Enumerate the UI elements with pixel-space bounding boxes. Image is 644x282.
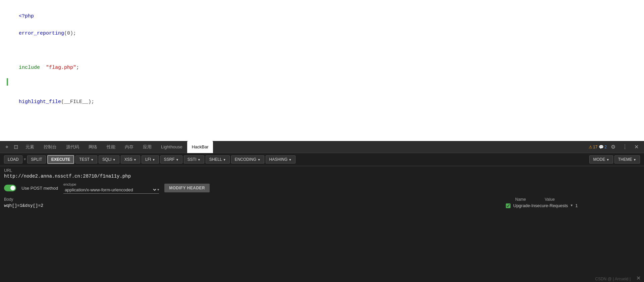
hashing-label: HASHING: [269, 157, 288, 162]
ssrf-label: SSRF: [164, 157, 175, 162]
code-display: <?php error_reporting(0); include "flag.…: [0, 0, 644, 141]
shell-dropdown-icon: ▼: [223, 158, 226, 161]
test-button[interactable]: TEST ▼: [75, 155, 97, 163]
body-label: Body: [4, 197, 500, 202]
hashing-dropdown-icon: ▼: [289, 158, 292, 161]
test-dropdown-icon: ▼: [91, 158, 94, 161]
url-row: URL http://node2.anna.nssctf.cn:28710/f1…: [0, 166, 644, 180]
encoding-button[interactable]: ENCODING ▼: [231, 155, 264, 163]
load-arrow: ▼: [24, 157, 26, 161]
body-row: Body wqh[]=1&dsy[]=2 Name Value Upgrade-…: [0, 196, 644, 209]
ssti-dropdown-icon: ▼: [198, 158, 201, 161]
info-count: 2: [604, 145, 607, 149]
shell-label: SHELL: [209, 157, 222, 162]
shell-button[interactable]: SHELL ▼: [206, 155, 230, 163]
ssrf-dropdown-icon: ▼: [176, 158, 179, 161]
header-name-value: Upgrade-Insecure-Requests: [513, 203, 568, 208]
encoding-dropdown-icon: ▼: [258, 158, 261, 161]
tab-sources[interactable]: 源代码: [61, 141, 84, 153]
theme-label: THEME: [618, 157, 632, 162]
modify-header-button[interactable]: MODIFY HEADER: [164, 184, 210, 192]
xss-button[interactable]: XSS ▼: [121, 155, 140, 163]
watermark-text: CSDN @ | Arcueid |: [595, 277, 631, 281]
post-method-toggle[interactable]: [4, 185, 16, 191]
tab-memory[interactable]: 内存: [120, 141, 138, 153]
enctype-group: enctype application/x-www-form-urlencode…: [63, 182, 159, 194]
encoding-label: ENCODING: [235, 157, 257, 162]
body-value[interactable]: wqh[]=1&dsy[]=2: [4, 203, 500, 208]
tab-elements[interactable]: 元素: [21, 141, 39, 153]
method-row: Use POST method enctype application/x-ww…: [0, 180, 644, 196]
sqli-label: SQLI: [102, 157, 111, 162]
settings-icon[interactable]: ⚙: [608, 141, 618, 153]
devtools-panel: ⌖ ⊡ 元素 控制台 源代码 网络 性能 内存 应用 Lighthouse Ha…: [0, 141, 644, 282]
enctype-label: enctype: [63, 182, 159, 186]
tab-hackbar[interactable]: HackBar: [187, 141, 213, 153]
use-post-label: Use POST method: [21, 186, 58, 191]
warning-count-badge[interactable]: ⚠ 17: [589, 145, 597, 149]
sqli-button[interactable]: SQLI ▼: [99, 155, 119, 163]
close-devtools-icon[interactable]: ✕: [632, 141, 641, 153]
warning-count: 17: [593, 145, 597, 149]
mode-dropdown-icon: ▼: [606, 158, 609, 161]
devtools-device-icon[interactable]: ⊡: [11, 141, 21, 153]
test-label: TEST: [79, 157, 89, 162]
header-columns-row: Name Value: [506, 197, 640, 202]
header-entry-row: Upgrade-Insecure-Requests ▼ 1: [506, 203, 640, 208]
header-arrow-icon: ▼: [571, 204, 573, 207]
devtools-right-icons: ⚠ 17 💬 2 ⚙ ⋮ ✕: [589, 141, 641, 153]
info-count-badge[interactable]: 💬 2: [599, 145, 607, 149]
enctype-select[interactable]: application/x-www-form-urlencoded multip…: [63, 187, 157, 193]
ssti-label: SSTI: [187, 157, 197, 162]
highlight-file: highlight_file: [19, 99, 61, 105]
header-section: Name Value Upgrade-Insecure-Requests ▼ 1: [506, 197, 640, 208]
enctype-select-wrapper: application/x-www-form-urlencoded multip…: [63, 187, 159, 194]
ssti-button[interactable]: SSTI ▼: [184, 155, 204, 163]
url-label: URL: [4, 168, 640, 173]
php-open-tag: <?php: [19, 13, 34, 19]
header-value-value: 1: [575, 203, 578, 208]
body-section: Body wqh[]=1&dsy[]=2: [4, 197, 500, 208]
url-value[interactable]: http://node2.anna.nssctf.cn:28710/f1na11…: [4, 174, 640, 179]
theme-button[interactable]: THEME ▼: [614, 155, 640, 163]
include-keyword: include: [19, 65, 40, 70]
tab-network[interactable]: 网络: [84, 141, 102, 153]
header-value-col-label: Value: [545, 197, 572, 202]
more-options-icon[interactable]: ⋮: [620, 141, 630, 153]
lfi-dropdown-icon: ▼: [152, 158, 155, 161]
tab-console[interactable]: 控制台: [39, 141, 61, 153]
toggle-slider: [4, 185, 16, 191]
sqli-dropdown-icon: ▼: [113, 158, 116, 161]
warning-icon: ⚠: [589, 145, 592, 149]
close-watermark-button[interactable]: ✕: [636, 275, 641, 281]
ssrf-button[interactable]: SSRF ▼: [160, 155, 182, 163]
error-reporting: error_reporting: [19, 31, 64, 36]
header-name-col-label: Name: [515, 197, 542, 202]
enctype-dropdown-icon: ▼: [157, 188, 159, 192]
xss-dropdown-icon: ▼: [133, 158, 137, 161]
split-button[interactable]: SPLIT: [27, 155, 46, 163]
hackbar-content: LOAD ▼ SPLIT EXECUTE TEST ▼ SQLI ▼ XSS ▼…: [0, 153, 644, 282]
xss-label: XSS: [124, 157, 132, 162]
header-checkbox-cell: [506, 203, 511, 208]
hashing-button[interactable]: HASHING ▼: [266, 155, 296, 163]
devtools-tabs-bar: ⌖ ⊡ 元素 控制台 源代码 网络 性能 内存 应用 Lighthouse Ha…: [0, 141, 644, 153]
theme-dropdown-icon: ▼: [633, 158, 636, 161]
tab-application[interactable]: 应用: [138, 141, 156, 153]
load-button[interactable]: LOAD: [4, 155, 22, 163]
lfi-label: LFI: [145, 157, 151, 162]
devtools-cursor-icon[interactable]: ⌖: [3, 141, 11, 153]
tab-lighthouse[interactable]: Lighthouse: [156, 141, 187, 153]
execute-button[interactable]: EXECUTE: [47, 155, 74, 164]
hackbar-toolbar: LOAD ▼ SPLIT EXECUTE TEST ▼ SQLI ▼ XSS ▼…: [0, 153, 644, 166]
header-checkbox[interactable]: [506, 203, 511, 208]
lfi-button[interactable]: LFI ▼: [142, 155, 159, 163]
tab-performance[interactable]: 性能: [102, 141, 120, 153]
mode-label: MODE: [593, 157, 605, 162]
mode-button[interactable]: MODE ▼: [589, 155, 613, 163]
info-icon: 💬: [599, 145, 604, 149]
